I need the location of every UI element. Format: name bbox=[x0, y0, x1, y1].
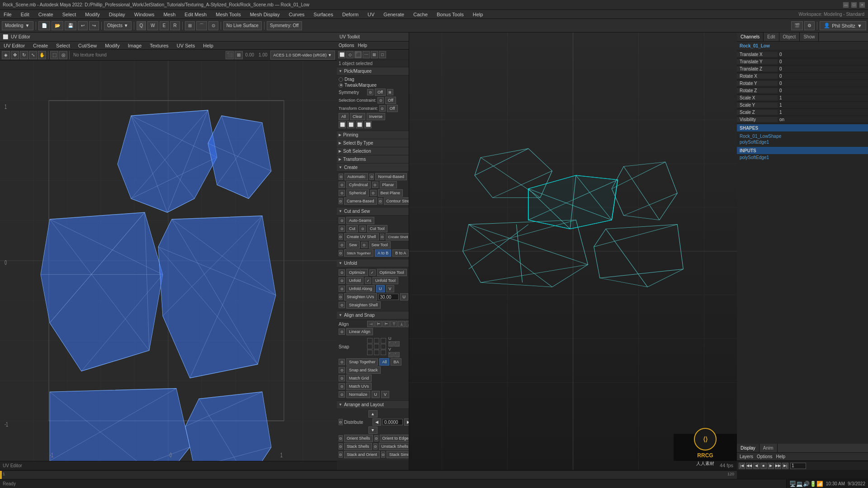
align-right-btn[interactable]: ⊢ bbox=[382, 321, 390, 327]
section-select-by-type[interactable]: ▶ Select By Type bbox=[337, 139, 409, 147]
snap-cb-2[interactable] bbox=[374, 338, 379, 343]
align-left-btn[interactable]: ⊣ bbox=[367, 321, 374, 327]
a-to-b-btn[interactable]: A to B bbox=[375, 249, 391, 257]
menu-deform[interactable]: Deform bbox=[340, 12, 360, 17]
uv-scale-icon[interactable]: ⤡ bbox=[29, 51, 37, 59]
workspace-dropdown[interactable]: Modeling ▼ bbox=[2, 21, 33, 30]
symmetry-btn[interactable]: Symmetry: Off bbox=[267, 21, 302, 30]
anim-next-key[interactable]: ▶| bbox=[782, 463, 788, 469]
sew-tool-btn[interactable]: Sew Tool bbox=[369, 241, 391, 249]
menu-edit[interactable]: Edit bbox=[19, 12, 31, 17]
inputs-1[interactable]: polySoftEdge1 bbox=[740, 155, 865, 160]
snap-point-btn[interactable]: ⊙ bbox=[208, 21, 218, 30]
snap-cb-5[interactable] bbox=[374, 344, 379, 349]
snap-cb-6[interactable] bbox=[381, 344, 386, 349]
uv-grab-icon[interactable]: ✋ bbox=[38, 51, 46, 59]
match-uvs-btn[interactable]: Match UVs bbox=[346, 383, 372, 390]
icon-3[interactable]: ⬜ bbox=[356, 121, 363, 128]
user-dropdown-arrow[interactable]: ▼ bbox=[857, 23, 862, 28]
unfold-u-btn[interactable]: U bbox=[376, 285, 385, 292]
section-soft-selection[interactable]: ▶ Soft Selection bbox=[337, 147, 409, 155]
section-align-snap[interactable]: ▼ Align and Snap bbox=[337, 311, 409, 319]
contour-stretch-btn[interactable]: Contour Stretch bbox=[384, 197, 409, 205]
menu-windows[interactable]: Windows bbox=[132, 12, 156, 17]
stitch-together-btn[interactable]: Stitch Together bbox=[344, 249, 373, 257]
anim-ff[interactable]: ▶▶ bbox=[775, 463, 781, 469]
uv-menu-cutsew[interactable]: Cut/Sew bbox=[76, 43, 99, 48]
cylindrical-btn[interactable]: Cylindrical bbox=[346, 181, 371, 188]
uv-menu-select[interactable]: Select bbox=[54, 43, 72, 48]
unfold-v-btn[interactable]: V bbox=[386, 285, 394, 292]
uv-menu-image[interactable]: Image bbox=[126, 43, 144, 48]
rotate-z-value[interactable]: 0 bbox=[778, 88, 868, 93]
anim-play[interactable]: ▶ bbox=[768, 463, 774, 469]
optimize-tool-btn[interactable]: Optimize Tool bbox=[377, 269, 407, 276]
cut-btn[interactable]: Cut bbox=[346, 225, 358, 232]
icon-1[interactable]: ⬜ bbox=[339, 121, 346, 128]
section-create[interactable]: ▼ Create bbox=[337, 164, 409, 172]
menu-help[interactable]: Help bbox=[471, 12, 485, 17]
all-snap-btn[interactable]: All bbox=[379, 358, 389, 366]
viewport-3d-panel[interactable]: 🎥 persp ⬜ 💡 ◎ ⋯ bbox=[409, 33, 737, 470]
options-item[interactable]: Options bbox=[757, 454, 772, 459]
straighten-uvs-input[interactable] bbox=[378, 294, 399, 300]
orient-shells-btn[interactable]: Orient Shells bbox=[344, 435, 373, 442]
b-to-a-btn[interactable]: B to A bbox=[392, 249, 409, 257]
linear-align-btn[interactable]: Linear Align bbox=[346, 328, 373, 335]
channels-tab[interactable]: Channels bbox=[737, 33, 764, 41]
menu-modify[interactable]: Modify bbox=[83, 12, 101, 17]
help-item[interactable]: Help bbox=[776, 454, 785, 459]
trans-constraint-icon[interactable]: ⊙ bbox=[379, 105, 386, 112]
anim-stop[interactable]: ■ bbox=[760, 463, 767, 469]
stack-orient-btn[interactable]: Stack and Orient bbox=[344, 451, 380, 458]
tk-sphere-icon[interactable]: ⬜ bbox=[338, 51, 345, 58]
unfold-btn[interactable]: Unfold bbox=[346, 277, 363, 284]
menu-display[interactable]: Display bbox=[107, 12, 127, 17]
ba-snap-btn[interactable]: BA bbox=[391, 358, 401, 366]
clear-btn[interactable]: Clear bbox=[350, 113, 365, 120]
unfold-tool-btn[interactable]: Unfold Tool bbox=[373, 277, 398, 284]
orient-edges-btn[interactable]: Orient to Edges bbox=[380, 435, 409, 442]
icon-4[interactable]: ⬜ bbox=[364, 121, 372, 128]
distribute-down-btn[interactable]: ▼ bbox=[368, 427, 377, 434]
menu-mesh-tools[interactable]: Mesh Tools bbox=[214, 12, 242, 17]
best-plane-btn[interactable]: Best Plane bbox=[378, 189, 403, 197]
trans-constraint-off-btn[interactable]: Off bbox=[387, 105, 398, 112]
symmetry-off-btn[interactable]: Off bbox=[375, 89, 386, 96]
align-bottom-btn[interactable]: ⊥ bbox=[406, 321, 409, 327]
menu-curves[interactable]: Curves bbox=[287, 12, 307, 17]
uv-select-icon[interactable]: ◈ bbox=[2, 51, 10, 59]
current-frame-input[interactable] bbox=[790, 463, 806, 469]
menu-create[interactable]: Create bbox=[37, 12, 55, 17]
distribute-right-btn[interactable]: ▶ bbox=[404, 418, 409, 426]
snap-grid-btn[interactable]: ⊞ bbox=[185, 21, 195, 30]
object-mode-dropdown[interactable]: Objects ▼ bbox=[104, 21, 132, 30]
open-scene-btn[interactable]: 📂 bbox=[52, 21, 63, 30]
sew-btn[interactable]: Sew bbox=[346, 241, 360, 249]
snap-cb-3[interactable] bbox=[381, 338, 386, 343]
scale-y-value[interactable]: 1 bbox=[778, 103, 868, 108]
redo-btn[interactable]: ↪ bbox=[89, 21, 99, 30]
object-tab[interactable]: Object bbox=[779, 33, 800, 41]
section-pick-marquee[interactable]: ▼ Pick/Marquee bbox=[337, 67, 409, 75]
show-tab[interactable]: Show bbox=[800, 33, 819, 41]
render-settings-btn[interactable]: ⚙ bbox=[804, 21, 815, 30]
rotate-tool-btn[interactable]: E bbox=[160, 21, 169, 30]
tk-cube-icon[interactable]: ⬛ bbox=[354, 51, 362, 58]
create-shell-grid-btn[interactable]: Create Shell (Grid) bbox=[386, 233, 409, 240]
anim-rewind[interactable]: ◀◀ bbox=[746, 463, 752, 469]
snap-cb-7[interactable] bbox=[367, 350, 373, 355]
menu-generate[interactable]: Generate bbox=[382, 12, 406, 17]
unfold-along-btn[interactable]: Unfold Along bbox=[346, 285, 375, 292]
move-tool-btn[interactable]: W bbox=[147, 21, 158, 30]
snap-together-btn[interactable]: Snap Together bbox=[346, 358, 378, 366]
close-button[interactable]: × bbox=[859, 2, 865, 8]
drag-radio[interactable]: Drag bbox=[339, 77, 354, 82]
cut-tool-btn[interactable]: Cut Tool bbox=[367, 225, 387, 232]
align-center-v-btn[interactable]: ⊢ bbox=[375, 321, 382, 327]
uv-checker-icon[interactable]: ⬛ bbox=[226, 51, 234, 59]
uv-isolate-icon[interactable]: ◎ bbox=[59, 51, 67, 59]
new-scene-btn[interactable]: 📄 bbox=[38, 21, 50, 30]
camera-based-btn[interactable]: Camera-Based bbox=[344, 197, 377, 205]
layers-item[interactable]: Layers bbox=[740, 454, 753, 459]
